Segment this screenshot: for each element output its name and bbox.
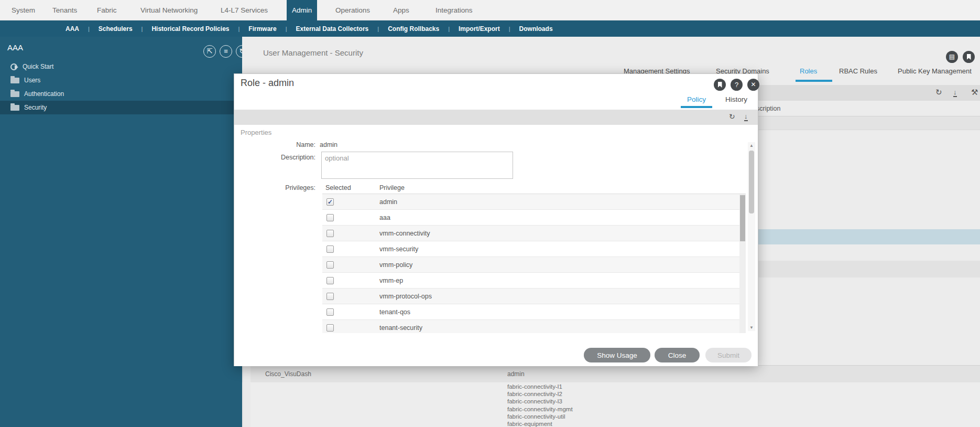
privilege-checkbox[interactable]: ✓ xyxy=(326,324,334,332)
menu-apps[interactable]: Apps xyxy=(388,0,415,20)
menu-fabric[interactable]: Fabric xyxy=(92,0,122,20)
tab-policy[interactable]: Policy xyxy=(687,95,706,103)
apic-window: System Tenants Fabric Virtual Networking… xyxy=(0,0,980,427)
bookmark-icon[interactable] xyxy=(714,79,726,91)
privilege-row: ✓ vmm-policy xyxy=(322,257,746,273)
admin-submenu: AAA| Schedulers| Historical Record Polic… xyxy=(0,20,980,37)
privilege-row: ✓ vmm-security xyxy=(322,241,746,257)
divider: | xyxy=(286,26,287,32)
submit-button[interactable]: Submit xyxy=(705,348,752,362)
divider: | xyxy=(377,26,379,32)
properties-heading: Properties xyxy=(241,129,271,136)
privilege-checkbox[interactable]: ✓ xyxy=(326,245,334,253)
sidebar-tree: Quick Start Users Authentication Securit… xyxy=(0,60,242,114)
tree-options-icon[interactable]: ≡ xyxy=(220,45,232,58)
privilege-checkbox[interactable]: ✓ xyxy=(326,261,334,269)
menu-virtual-networking[interactable]: Virtual Networking xyxy=(135,0,203,20)
privilege-checkbox[interactable]: ✓ xyxy=(326,308,334,316)
submenu-external-data-collectors[interactable]: External Data Collectors xyxy=(296,25,369,33)
privilege-row: ✓ tenant-security xyxy=(322,320,746,333)
privilege-checkbox[interactable]: ✓ xyxy=(326,277,334,284)
divider: | xyxy=(448,26,450,32)
submenu-config-rollbacks[interactable]: Config Rollbacks xyxy=(388,25,439,33)
dialog-footer: Show Usage Close Submit xyxy=(234,345,758,366)
menu-system[interactable]: System xyxy=(6,0,40,20)
active-tab-underline xyxy=(796,80,832,82)
download-icon[interactable]: ↓ xyxy=(953,87,957,97)
name-label: Name: xyxy=(238,141,315,148)
sidebar: AAA ⇱ ≡ ↻ Quick Start Users Authenticati… xyxy=(0,37,242,427)
bookmark-icon[interactable] xyxy=(963,51,975,63)
submenu-firmware[interactable]: Firmware xyxy=(248,25,276,33)
privilege-checkbox[interactable]: ✓ xyxy=(326,293,334,300)
privilege-checkbox[interactable]: ✓ xyxy=(326,214,334,221)
privilege-row: ✓ aaa xyxy=(322,210,746,226)
menu-l4-l7-services[interactable]: L4-L7 Services xyxy=(215,0,273,20)
actions-icon[interactable]: ⚒ xyxy=(971,88,978,97)
submenu-aaa[interactable]: AAA xyxy=(66,25,79,33)
menu-admin[interactable]: Admin xyxy=(287,0,317,20)
dialog-scrollbar-thumb[interactable] xyxy=(749,151,754,214)
privilege-label: vmm-policy xyxy=(379,261,412,269)
table-row[interactable]: Cisco_VisuDash admin xyxy=(242,365,980,382)
scroll-down-icon[interactable]: ▼ xyxy=(748,325,755,330)
download-icon[interactable]: ↓ xyxy=(744,112,748,121)
audit-log-icon[interactable]: ▤ xyxy=(946,51,958,63)
collapse-tree-icon[interactable]: ⇱ xyxy=(203,45,216,58)
close-icon[interactable]: ✕ xyxy=(747,79,759,91)
refresh-icon[interactable]: ↻ xyxy=(729,112,735,121)
submenu-downloads[interactable]: Downloads xyxy=(519,25,553,33)
tab-history[interactable]: History xyxy=(725,95,747,103)
description-field[interactable] xyxy=(321,152,513,179)
privilege-row: ✓ admin xyxy=(322,194,746,210)
submenu-historical-record-policies[interactable]: Historical Record Policies xyxy=(151,25,229,33)
help-icon[interactable]: ? xyxy=(731,79,743,91)
privileges-scrollbar-thumb[interactable] xyxy=(740,195,745,241)
close-button[interactable]: Close xyxy=(655,348,700,362)
submenu-import-export[interactable]: Import/Export xyxy=(459,25,500,33)
privilege-checkbox[interactable]: ✓ xyxy=(326,230,334,237)
tab-rbac-rules[interactable]: RBAC Rules xyxy=(839,67,877,75)
tab-public-key-management[interactable]: Public Key Management xyxy=(898,67,972,75)
privilege-label: aaa xyxy=(379,214,390,221)
show-usage-button[interactable]: Show Usage xyxy=(584,348,650,362)
page-title: User Management - Security xyxy=(263,48,363,57)
sidebar-item-users[interactable]: Users xyxy=(0,73,242,87)
privilege-label: vmm-connectivity xyxy=(379,230,430,237)
folder-icon xyxy=(10,78,19,83)
privilege-checkbox[interactable]: ✓ xyxy=(326,198,334,206)
tree-item-label: Security xyxy=(24,104,47,111)
privilege-label: vmm-security xyxy=(379,245,418,253)
active-tab-underline xyxy=(681,106,712,108)
menu-integrations[interactable]: Integrations xyxy=(430,0,478,20)
download-glyph: ↓ xyxy=(953,89,957,97)
dialog-scrollbar[interactable]: ▲ ▼ xyxy=(748,142,755,331)
description-label: Description: xyxy=(238,154,315,161)
refresh-icon[interactable]: ↻ xyxy=(935,88,942,97)
privilege-row: ✓ tenant-qos xyxy=(322,304,746,320)
privileges-list: ✓ admin ✓ aaa ✓ vmm-connectivity ✓ vmm-s… xyxy=(322,194,746,333)
dialog-title: Role - admin xyxy=(241,78,294,89)
folder-icon xyxy=(10,105,19,111)
tree-item-label: Authentication xyxy=(24,90,64,98)
tab-roles[interactable]: Roles xyxy=(800,67,817,75)
sidebar-item-security[interactable]: Security xyxy=(0,101,242,114)
menu-operations[interactable]: Operations xyxy=(330,0,375,20)
folder-icon xyxy=(10,91,19,97)
privilege-row: ✓ vmm-connectivity xyxy=(322,226,746,241)
role-priv-list: fabric-connectivity-l1 fabric-connectivi… xyxy=(507,383,573,427)
submenu-schedulers[interactable]: Schedulers xyxy=(99,25,133,33)
sidebar-item-authentication[interactable]: Authentication xyxy=(0,87,242,101)
top-menubar: System Tenants Fabric Virtual Networking… xyxy=(0,0,980,20)
privilege-label: vmm-ep xyxy=(379,277,403,284)
quick-start-icon xyxy=(10,63,17,70)
download-glyph: ↓ xyxy=(744,113,748,121)
scroll-up-icon[interactable]: ▲ xyxy=(748,143,755,148)
table-row[interactable]: fabric-admin xyxy=(242,382,980,427)
sidebar-item-quick-start[interactable]: Quick Start xyxy=(0,60,242,73)
menu-tenants[interactable]: Tenants xyxy=(47,0,82,20)
privileges-scrollbar[interactable] xyxy=(739,194,746,333)
column-selected: Selected xyxy=(325,184,351,191)
privilege-label: tenant-security xyxy=(379,324,422,332)
divider: | xyxy=(141,26,143,32)
